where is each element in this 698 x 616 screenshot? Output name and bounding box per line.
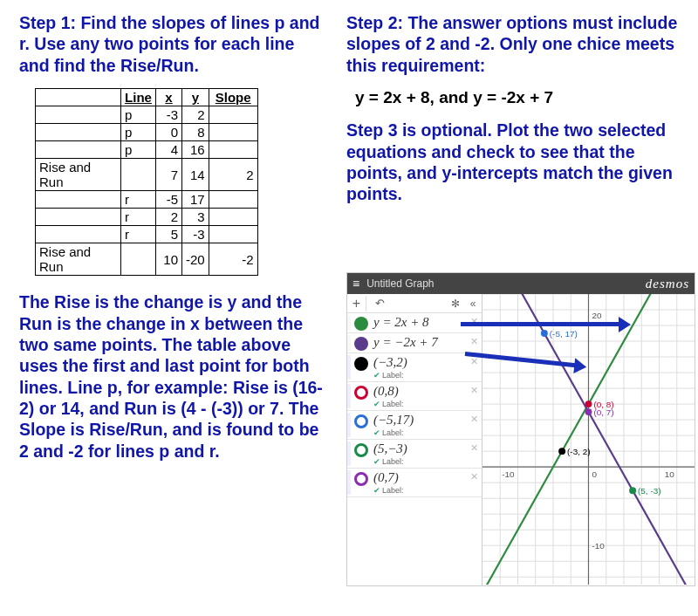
- expression-text[interactable]: (−5,17): [373, 413, 476, 428]
- series-color-icon[interactable]: [354, 386, 368, 400]
- table-row: r23: [36, 209, 258, 226]
- close-icon[interactable]: ✕: [470, 471, 478, 483]
- add-expression-button[interactable]: +: [347, 296, 366, 311]
- label-toggle[interactable]: ✔Label:: [373, 486, 476, 495]
- svg-text:10: 10: [665, 469, 675, 479]
- series-color-icon[interactable]: [354, 317, 368, 331]
- label-toggle[interactable]: ✔Label:: [373, 428, 476, 437]
- th-blank: [36, 89, 121, 106]
- th-y: y: [182, 89, 209, 106]
- graph-title[interactable]: Untitled Graph: [366, 277, 646, 290]
- panel-toolbar: + ↶ ✻ «: [347, 294, 482, 313]
- th-line: Line: [121, 89, 156, 106]
- series-color-icon[interactable]: [354, 414, 368, 428]
- expression-row[interactable]: (0,7) ✔Label: ✕: [347, 469, 482, 497]
- svg-text:(-3, 2): (-3, 2): [567, 447, 590, 456]
- label-toggle[interactable]: ✔Label:: [373, 371, 476, 380]
- table-row: Rise and Run7142: [36, 159, 258, 191]
- label-toggle[interactable]: ✔Label:: [373, 400, 476, 408]
- svg-text:(0, 7): (0, 7): [593, 407, 613, 417]
- close-icon[interactable]: ✕: [470, 356, 478, 367]
- desmos-logo: desmos: [646, 277, 689, 291]
- collapse-panel-button[interactable]: «: [464, 298, 482, 310]
- desmos-app: ≡ Untitled Graph desmos + ↶ ✻ « y = 2x +…: [346, 272, 695, 586]
- answer-text: y = 2x + 8, and y = -2x + 7: [355, 88, 686, 107]
- desmos-titlebar: ≡ Untitled Graph desmos: [347, 273, 695, 294]
- table-row: p08: [36, 124, 258, 141]
- gear-icon[interactable]: ✻: [447, 298, 464, 310]
- close-icon[interactable]: ✕: [470, 442, 478, 454]
- svg-text:(5, -3): (5, -3): [638, 486, 660, 496]
- svg-text:-10: -10: [502, 469, 515, 479]
- slope-table: Line x y Slope p-32 p08 p416 Rise and Ru…: [35, 88, 258, 276]
- hamburger-icon[interactable]: ≡: [352, 277, 359, 291]
- table-row: p416: [36, 141, 258, 159]
- svg-text:20: 20: [592, 311, 602, 320]
- svg-text:-10: -10: [592, 541, 605, 551]
- close-icon[interactable]: ✕: [470, 414, 478, 425]
- table-row: r5-3: [36, 226, 258, 243]
- svg-point-39: [541, 330, 548, 337]
- th-slope: Slope: [209, 89, 257, 106]
- label-toggle[interactable]: ✔Label:: [373, 457, 476, 466]
- th-x: x: [156, 89, 182, 106]
- svg-text:0: 0: [592, 469, 597, 479]
- close-icon[interactable]: ✕: [470, 385, 478, 396]
- expression-text[interactable]: (0,7): [373, 470, 476, 485]
- expression-panel: + ↶ ✻ « y = 2x + 8 ✕ y = −2x + 7 ✕ (−3,2…: [347, 294, 482, 585]
- svg-point-43: [585, 408, 592, 415]
- expression-text[interactable]: y = −2x + 7: [373, 335, 476, 350]
- explain-text: The Rise is the change is y and the Run …: [19, 291, 329, 462]
- series-color-icon[interactable]: [354, 472, 368, 486]
- step3-text: Step 3 is optional. Plot the two selecte…: [346, 120, 686, 205]
- graph-svg: -1010-10020(-5, 17)(0, 8)(0, 7)(-3, 2)(5…: [482, 294, 695, 585]
- expression-text[interactable]: (−3,2): [373, 355, 476, 370]
- series-color-icon[interactable]: [354, 443, 368, 457]
- expression-row[interactable]: (−5,17) ✔Label: ✕: [347, 411, 482, 440]
- arrow-icon: [461, 322, 622, 326]
- series-color-icon[interactable]: [354, 337, 368, 351]
- svg-point-41: [585, 400, 592, 407]
- series-color-icon[interactable]: [354, 357, 368, 371]
- table-row: p-32: [36, 106, 258, 124]
- expression-text[interactable]: (5,−3): [373, 441, 476, 456]
- svg-text:(-5, 17): (-5, 17): [550, 329, 578, 339]
- undo-button[interactable]: ↶: [366, 297, 393, 310]
- table-row: r-517: [36, 191, 258, 209]
- step2-text: Step 2: The answer options must include …: [346, 12, 686, 76]
- step1-text: Step 1: Find the slopes of lines p and r…: [19, 12, 329, 76]
- expression-row[interactable]: (−3,2) ✔Label: ✕: [347, 353, 482, 382]
- close-icon[interactable]: ✕: [470, 336, 478, 347]
- expression-text[interactable]: (0,8): [373, 384, 476, 399]
- svg-point-45: [558, 448, 565, 455]
- expression-row[interactable]: (5,−3) ✔Label: ✕: [347, 440, 482, 469]
- table-row: Rise and Run10-20-2: [36, 243, 258, 276]
- graph-area[interactable]: -1010-10020(-5, 17)(0, 8)(0, 7)(-3, 2)(5…: [482, 294, 695, 585]
- expression-row[interactable]: (0,8) ✔Label: ✕: [347, 382, 482, 411]
- svg-point-47: [629, 487, 636, 494]
- expression-row[interactable]: y = −2x + 7 ✕: [347, 333, 482, 353]
